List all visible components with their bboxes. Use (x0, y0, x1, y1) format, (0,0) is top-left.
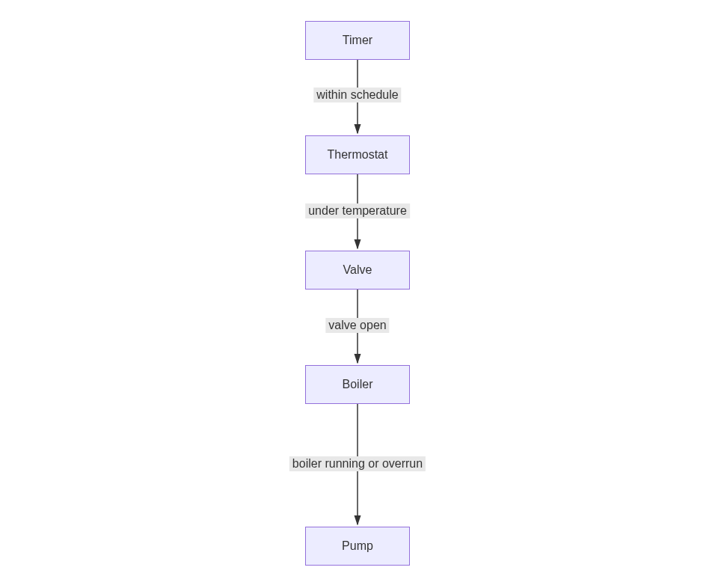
edge-label-text: under temperature (308, 204, 407, 217)
node-boiler: Boiler (305, 365, 410, 404)
node-pump: Pump (305, 527, 410, 566)
node-label: Timer (343, 34, 372, 47)
edge-label-text: valve open (328, 319, 386, 331)
edge-label-under-temperature: under temperature (305, 203, 410, 218)
node-timer: Timer (305, 21, 410, 60)
node-valve: Valve (305, 251, 410, 290)
flowchart-diagram: Timer Thermostat Valve Boiler Pump withi… (0, 0, 727, 588)
node-label: Pump (342, 539, 373, 553)
node-thermostat: Thermostat (305, 135, 410, 174)
node-label: Valve (343, 263, 372, 277)
edge-label-within-schedule: within schedule (313, 88, 401, 102)
edge-label-valve-open: valve open (325, 318, 389, 333)
edge-label-text: boiler running or overrun (292, 457, 423, 470)
edge-label-boiler-running: boiler running or overrun (289, 456, 426, 471)
node-label: Thermostat (328, 148, 388, 162)
edge-label-text: within schedule (316, 88, 398, 101)
node-label: Boiler (343, 378, 373, 391)
